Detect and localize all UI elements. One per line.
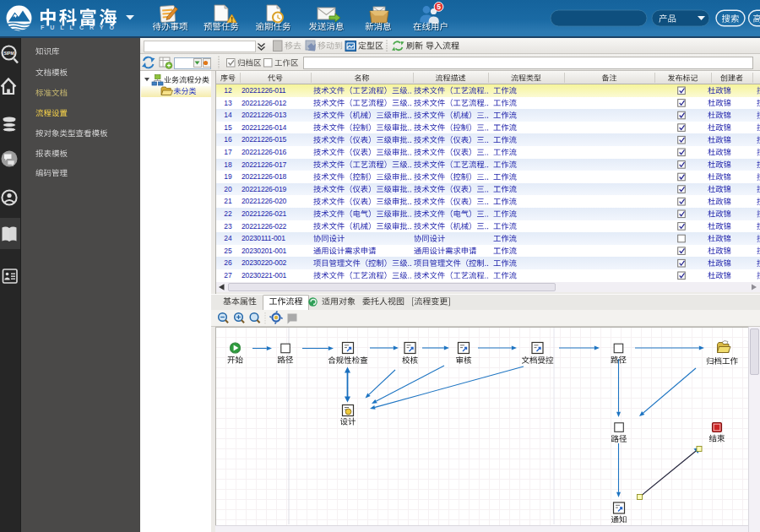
svg-text:5: 5	[437, 3, 441, 11]
svg-text:SIPM: SIPM	[3, 51, 14, 56]
